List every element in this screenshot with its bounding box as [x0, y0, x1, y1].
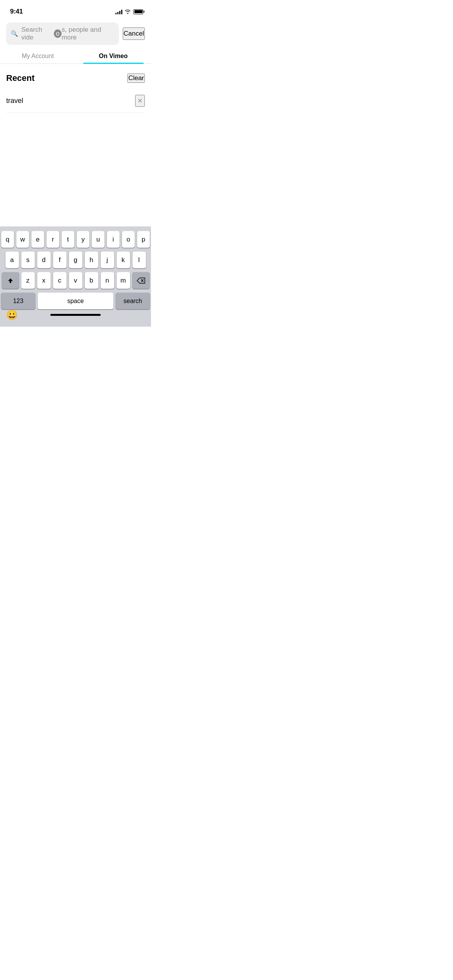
battery-icon: [133, 9, 143, 14]
status-time: 9:41: [10, 8, 23, 15]
key-i[interactable]: i: [107, 231, 120, 248]
shift-key[interactable]: [2, 272, 19, 289]
keyboard-row-1: q w e r t y u i o p: [1, 231, 150, 248]
keyboard-row-2: a s d f g h j k l: [1, 252, 150, 268]
search-bar[interactable]: 🔍 Search vide o s, people and more: [6, 22, 119, 45]
home-indicator: [50, 314, 101, 316]
keyboard-bottom-row: 123 space search: [0, 293, 151, 311]
recent-title: Recent: [6, 73, 34, 83]
shift-icon: [7, 278, 14, 284]
key-g[interactable]: g: [69, 252, 82, 268]
key-s[interactable]: s: [21, 252, 35, 268]
search-placeholder-before: Search vide: [21, 26, 54, 41]
key-v[interactable]: v: [69, 272, 82, 289]
emoji-row: 😀: [0, 311, 151, 327]
key-t[interactable]: t: [62, 231, 74, 248]
tab-my-account[interactable]: My Account: [0, 48, 76, 63]
signal-icon: [115, 9, 122, 14]
search-placeholder-after: s, people and more: [62, 26, 114, 41]
wifi-icon: [125, 9, 131, 14]
search-icon: 🔍: [11, 30, 18, 37]
keyboard-row-3: z x c v b n m: [1, 272, 150, 289]
backspace-icon: [137, 278, 145, 284]
key-p[interactable]: p: [137, 231, 150, 248]
key-a[interactable]: a: [5, 252, 19, 268]
status-bar: 9:41: [0, 0, 151, 19]
keyboard-rows: q w e r t y u i o p a s d f g h j k l: [0, 226, 151, 289]
tab-underline: [83, 63, 144, 64]
key-o[interactable]: o: [122, 231, 135, 248]
space-key[interactable]: space: [38, 293, 113, 309]
recent-item-text: travel: [6, 97, 23, 105]
search-bar-container: 🔍 Search vide o s, people and more Cance…: [0, 19, 151, 48]
key-j[interactable]: j: [101, 252, 114, 268]
remove-recent-item-button[interactable]: ✕: [135, 95, 145, 107]
recent-header: Recent Clear: [6, 73, 145, 83]
emoji-key[interactable]: 😀: [6, 310, 18, 320]
cancel-button[interactable]: Cancel: [123, 27, 145, 40]
key-r[interactable]: r: [46, 231, 59, 248]
key-b[interactable]: b: [85, 272, 98, 289]
search-key[interactable]: search: [116, 293, 150, 309]
key-l[interactable]: l: [132, 252, 146, 268]
key-u[interactable]: u: [92, 231, 105, 248]
status-icons: [115, 9, 143, 14]
key-x[interactable]: x: [37, 272, 51, 289]
key-h[interactable]: h: [85, 252, 98, 268]
keyboard: q w e r t y u i o p a s d f g h j k l: [0, 226, 151, 327]
key-c[interactable]: c: [53, 272, 67, 289]
key-z[interactable]: z: [21, 272, 35, 289]
tab-on-vimeo[interactable]: On Vimeo: [76, 48, 151, 63]
recent-section: Recent Clear travel ✕: [0, 64, 151, 113]
clear-button[interactable]: Clear: [127, 74, 145, 83]
key-f[interactable]: f: [53, 252, 67, 268]
backspace-key[interactable]: [132, 272, 149, 289]
cursor-circle: o: [54, 29, 62, 38]
key-y[interactable]: y: [77, 231, 89, 248]
key-e[interactable]: e: [31, 231, 44, 248]
key-n[interactable]: n: [101, 272, 114, 289]
list-item[interactable]: travel ✕: [6, 89, 145, 113]
numbers-key[interactable]: 123: [1, 293, 35, 309]
key-m[interactable]: m: [117, 272, 130, 289]
key-q[interactable]: q: [1, 231, 14, 248]
key-d[interactable]: d: [37, 252, 51, 268]
key-k[interactable]: k: [117, 252, 130, 268]
tabs-container: My Account On Vimeo: [0, 48, 151, 64]
key-w[interactable]: w: [16, 231, 29, 248]
